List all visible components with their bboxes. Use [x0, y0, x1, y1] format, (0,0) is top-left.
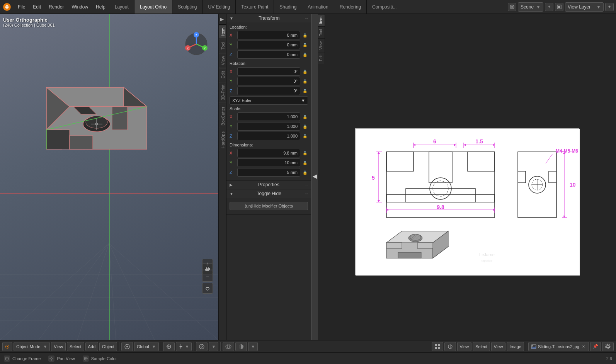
- tab-animation[interactable]: Animation: [302, 0, 334, 14]
- location-z-input[interactable]: 0 mm: [237, 50, 300, 59]
- location-y-input[interactable]: 0 mm: [237, 41, 300, 49]
- rotation-mode-dropdown[interactable]: XYZ Euler ▼: [230, 96, 308, 105]
- add-menu[interactable]: Add: [85, 342, 99, 351]
- n-tab-hardops[interactable]: HardOps: [219, 129, 226, 151]
- menu-help[interactable]: Help: [92, 0, 109, 14]
- rvtab-tool[interactable]: Tool: [318, 26, 325, 38]
- scene-add-icon[interactable]: +: [545, 3, 553, 11]
- n-tab-view[interactable]: View: [219, 53, 226, 68]
- rvtab-view[interactable]: View: [318, 39, 325, 52]
- file-display: Sliding-T...nsions2.jpg ×: [528, 342, 589, 351]
- tab-layout-ortho[interactable]: Layout Ortho: [134, 0, 172, 14]
- iv-settings-btn[interactable]: [602, 342, 614, 351]
- view-layer-selector[interactable]: View Layer ▼: [565, 2, 604, 12]
- tab-compositing[interactable]: Compositi...: [367, 0, 402, 14]
- menu-edit[interactable]: Edit: [29, 0, 45, 14]
- object-menu[interactable]: Object: [99, 342, 117, 351]
- blender-logo[interactable]: [0, 0, 14, 14]
- pin-btn[interactable]: 📌: [590, 342, 601, 351]
- scale-y-lock[interactable]: 🔒: [302, 124, 308, 129]
- scale-z-input[interactable]: 1.000: [237, 132, 300, 140]
- loc-y-lock[interactable]: 🔒: [302, 43, 308, 47]
- rvtab-item[interactable]: Item: [318, 14, 325, 26]
- loc-x-lock[interactable]: 🔒: [302, 33, 308, 37]
- n-tab-edit[interactable]: Edit: [219, 68, 226, 81]
- menu-window[interactable]: Window: [68, 0, 92, 14]
- view-menu[interactable]: View: [51, 342, 66, 351]
- proportional-btn[interactable]: [196, 342, 208, 351]
- n-tab-boxcutter[interactable]: BoxCutter: [219, 104, 226, 128]
- object-mode-selector[interactable]: Object Mode ▼: [14, 342, 50, 351]
- rvtab-edit[interactable]: Edit: [318, 52, 325, 63]
- viewport-overlay-btn[interactable]: [223, 342, 234, 351]
- select-menu[interactable]: Select: [67, 342, 84, 351]
- tab-rendering[interactable]: Rendering: [334, 0, 367, 14]
- rot-z-lock[interactable]: 🔒: [302, 89, 308, 93]
- tab-texture-paint[interactable]: Texture Paint: [236, 0, 274, 14]
- scene-icon[interactable]: [508, 3, 516, 11]
- rotation-y-row: Y 0° 🔒: [230, 77, 308, 85]
- menu-render[interactable]: Render: [45, 0, 68, 14]
- svg-line-15: [109, 243, 116, 340]
- dim-z-lock[interactable]: 🔒: [302, 170, 308, 175]
- file-close-btn[interactable]: ×: [581, 344, 586, 349]
- tab-shading[interactable]: Shading: [274, 0, 302, 14]
- iv-header-btn[interactable]: [432, 342, 443, 351]
- dim-z-label: Z: [230, 170, 236, 175]
- separator-1: [119, 342, 119, 351]
- rot-y-lock[interactable]: 🔒: [302, 79, 308, 83]
- rot-x-lock[interactable]: 🔒: [302, 70, 308, 74]
- n-tab-3dprint[interactable]: 3D-Print: [219, 82, 226, 103]
- scale-x-lock[interactable]: 🔒: [302, 115, 308, 119]
- dim-z-input[interactable]: 5 mm: [237, 168, 300, 177]
- proportional-selector[interactable]: ▼: [209, 342, 218, 351]
- render-engine-icon[interactable]: [555, 3, 563, 11]
- iv-select-btn[interactable]: Select: [473, 342, 490, 351]
- snap-selector[interactable]: ▼: [176, 342, 192, 351]
- rotation-z-input[interactable]: 0°: [237, 87, 300, 95]
- scale-z-lock[interactable]: 🔒: [302, 134, 308, 138]
- tab-uv-editing[interactable]: UV Editing: [203, 0, 236, 14]
- transform-header[interactable]: ▼ Transform ···: [226, 14, 311, 22]
- menu-file[interactable]: File: [14, 0, 29, 14]
- iv-view-btn[interactable]: View: [457, 342, 472, 351]
- scale-y-input[interactable]: 1.000: [237, 122, 300, 131]
- properties-header[interactable]: ▶ Properties ···: [226, 180, 311, 189]
- snap-btn[interactable]: [163, 342, 175, 351]
- collapse-arrow[interactable]: ▶: [219, 14, 226, 25]
- rotation-x-input[interactable]: 0°: [237, 67, 300, 76]
- scale-x-input[interactable]: 1.000: [237, 112, 300, 121]
- dim-y-input[interactable]: 10 mm: [237, 158, 300, 167]
- iv-image-menu[interactable]: Image: [507, 342, 524, 351]
- loc-z-lock[interactable]: 🔒: [302, 53, 308, 57]
- rot-x-label: X: [230, 69, 236, 74]
- iv-image-btn[interactable]: View: [491, 342, 506, 351]
- image-area[interactable]: 6 1.5 5: [318, 64, 616, 340]
- dim-y-lock[interactable]: 🔒: [302, 161, 308, 165]
- shading-btn[interactable]: [235, 342, 247, 351]
- panel-toggle-arrow[interactable]: ▶: [311, 14, 318, 340]
- n-tab-item[interactable]: Item: [219, 25, 226, 38]
- frame-icon[interactable]: [2, 342, 12, 351]
- dim-x-lock[interactable]: 🔒: [302, 151, 308, 155]
- camera-btn[interactable]: [202, 283, 213, 294]
- location-x-input[interactable]: 0 mm: [237, 31, 300, 39]
- iv-view-menu[interactable]: [444, 342, 456, 351]
- transform-icon[interactable]: [121, 342, 133, 351]
- dim-x-input[interactable]: 9.8 mm: [237, 149, 300, 157]
- svg-point-120: [199, 344, 204, 349]
- n-tab-tool[interactable]: Tool: [219, 39, 226, 52]
- toggle-hide-header[interactable]: ▼ Toggle Hide ···: [226, 189, 311, 198]
- scene-selector[interactable]: Scene ▼: [518, 2, 543, 12]
- global-selector[interactable]: Global ▼: [134, 342, 159, 351]
- rotation-y-input[interactable]: 0°: [237, 77, 300, 85]
- tab-layout[interactable]: Layout: [109, 0, 134, 14]
- viewport-3d[interactable]: User Orthographic (248) Collection | Cub…: [0, 14, 218, 340]
- unhide-modifier-btn[interactable]: (un)Hide Modifier Objects: [230, 202, 308, 210]
- view-layer-add-icon[interactable]: +: [605, 3, 614, 11]
- pan-tool[interactable]: [202, 264, 213, 274]
- content-area: User Orthographic (248) Collection | Cub…: [0, 14, 616, 340]
- tab-sculpting[interactable]: Sculpting: [172, 0, 202, 14]
- svg-text:1.5: 1.5: [475, 138, 483, 145]
- shading-selector[interactable]: ▼: [248, 342, 258, 351]
